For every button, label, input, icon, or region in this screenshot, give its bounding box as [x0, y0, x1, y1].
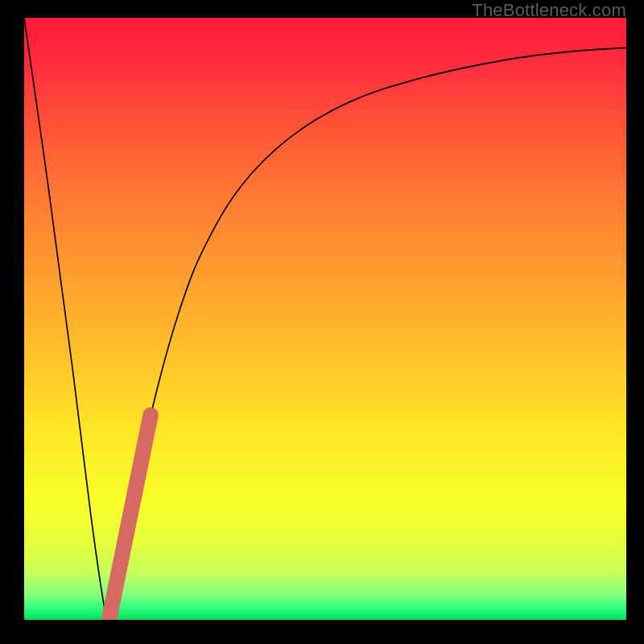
highlight-marker	[109, 415, 151, 617]
chart-svg	[24, 18, 626, 620]
bottleneck-curve	[24, 18, 626, 620]
watermark-text: TheBottleneck.com	[472, 0, 626, 21]
plot-area	[24, 18, 626, 620]
chart-frame: TheBottleneck.com	[0, 0, 644, 644]
